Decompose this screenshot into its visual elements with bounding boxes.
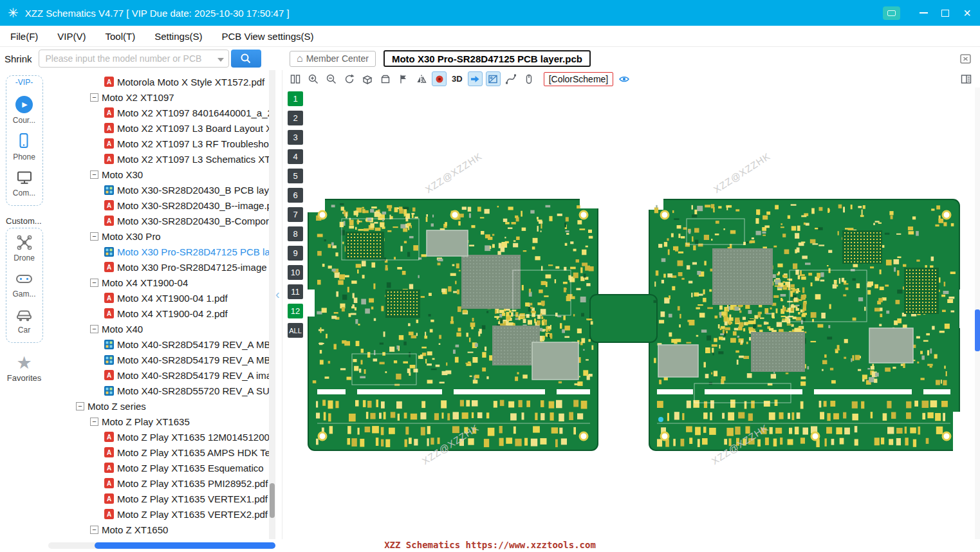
menu-pcb-view-settings[interactable]: PCB View settings(S) xyxy=(221,31,313,42)
arrow-tool-icon[interactable] xyxy=(468,71,483,86)
tree-item[interactable]: −Moto X30 xyxy=(48,167,275,182)
search-combobox[interactable] xyxy=(39,50,229,68)
pcb-canvas[interactable]: 123456789101112ALL xyxy=(282,87,980,539)
tree-item[interactable]: −Moto X30 Pro xyxy=(48,228,275,244)
layer-button-all[interactable]: ALL xyxy=(288,323,303,338)
tree-item[interactable]: −Moto Z Play XT1635 xyxy=(48,414,275,429)
tree-vertical-scrollbar-thumb[interactable] xyxy=(270,483,275,518)
tree-vertical-scrollbar[interactable] xyxy=(269,70,275,539)
zoom-in-icon[interactable] xyxy=(306,71,320,86)
layer-button-9[interactable]: 9 xyxy=(288,246,303,261)
vip-card-icon[interactable] xyxy=(883,6,900,20)
collapse-expander-icon[interactable]: − xyxy=(90,526,98,534)
collapse-expander-icon[interactable]: − xyxy=(90,325,98,333)
viewer-vertical-scrollbar[interactable] xyxy=(975,87,980,539)
tree-item[interactable]: Moto X40-SR28D54179 REV_A MB xyxy=(48,352,275,367)
tree-item[interactable]: −Moto X40 xyxy=(48,321,275,336)
chevron-down-icon[interactable] xyxy=(217,58,224,62)
sidebar-item-computer[interactable]: Com... xyxy=(13,169,35,198)
zoom-out-icon[interactable] xyxy=(324,71,338,86)
sidebar-item-drone[interactable]: Drone xyxy=(14,234,35,262)
mirror-flip-icon[interactable] xyxy=(414,71,429,86)
layer-button-7[interactable]: 7 xyxy=(288,207,303,222)
tree-item[interactable]: AMoto X40-SR28D54179 REV_A ima xyxy=(48,367,275,383)
tree-item[interactable]: AMoto X2 XT1097 L3 Schematics XT xyxy=(48,151,275,167)
3d-view-button[interactable]: 3D xyxy=(450,74,465,84)
collapse-expander-icon[interactable]: − xyxy=(90,93,98,102)
export-box-icon[interactable] xyxy=(360,71,374,86)
menu-settings[interactable]: Settings(S) xyxy=(154,31,202,42)
rotate-icon[interactable] xyxy=(342,71,356,86)
tree-item[interactable]: −Moto X4 XT1900-04 xyxy=(48,275,275,290)
curve-tool-icon[interactable] xyxy=(504,71,519,86)
tree-item[interactable]: AMoto X2 XT1097 84016440001_a_2 xyxy=(48,105,275,120)
eye-icon[interactable] xyxy=(616,71,631,86)
sidebar-item-car[interactable]: Car xyxy=(15,306,33,335)
search-input[interactable] xyxy=(39,50,228,67)
panel-splitter[interactable]: ‹ xyxy=(275,70,282,539)
flag-icon[interactable] xyxy=(396,71,411,86)
tree-item[interactable]: AMoto Z Play XT1635 PMI28952.pdf xyxy=(48,475,275,491)
tree-item[interactable]: AMoto X2 XT1097 L3 Board Layout X xyxy=(48,120,275,136)
close-panel-icon[interactable] xyxy=(960,54,971,64)
colorscheme-button[interactable]: [ColorScheme] xyxy=(544,72,614,86)
tree-item[interactable]: Moto X40-SR28D54179 REV_A MB xyxy=(48,336,275,352)
tree-item[interactable]: AMoto X30-SR28D20430_B-Compor xyxy=(48,213,275,228)
layer-button-4[interactable]: 4 xyxy=(288,149,303,164)
tree-item[interactable]: AMoto Z Play XT1635 VERTEX2.pdf xyxy=(48,506,275,522)
blueprint-view-icon[interactable] xyxy=(486,71,501,86)
sidebar-item-phone[interactable]: Phone xyxy=(13,133,35,161)
tree-item[interactable]: Moto X30 Pro-SR28D47125 PCB la xyxy=(48,244,275,259)
sidebar-item-favorites[interactable]: ★ Favorites xyxy=(7,354,41,383)
tree-item[interactable]: Moto X30-SR28D20430_B PCB laye xyxy=(48,182,275,198)
layers-panel-icon[interactable] xyxy=(960,73,972,85)
shrink-button[interactable]: Shrink xyxy=(5,53,32,64)
layer-button-2[interactable]: 2 xyxy=(288,111,303,125)
layer-button-8[interactable]: 8 xyxy=(288,226,303,241)
menu-tool[interactable]: Tool(T) xyxy=(106,31,136,42)
tree-item[interactable]: AMoto Z Play XT1635 Esquematico xyxy=(48,460,275,475)
menu-file[interactable]: File(F) xyxy=(10,31,38,42)
layer-button-12[interactable]: 12 xyxy=(288,304,303,318)
collapse-expander-icon[interactable]: − xyxy=(90,279,98,287)
member-center-button[interactable]: ⌂Member Center xyxy=(290,51,376,67)
collapse-expander-icon[interactable]: − xyxy=(90,232,98,241)
tree-item[interactable]: AMotorola Moto X Style XT1572.pdf xyxy=(48,74,275,89)
tree-item[interactable]: AMoto X30-SR28D20430_B--image.p xyxy=(48,198,275,213)
collapse-expander-icon[interactable]: − xyxy=(76,402,84,410)
menu-vip[interactable]: VIP(V) xyxy=(57,31,86,42)
collapse-chevron-icon[interactable]: ‹ xyxy=(275,288,280,300)
tree-item[interactable]: −Moto Z series xyxy=(48,398,275,414)
tree-item[interactable]: AMoto X4 XT1900-04 1.pdf xyxy=(48,290,275,306)
layer-button-10[interactable]: 10 xyxy=(288,265,303,280)
minimize-button[interactable] xyxy=(913,0,934,26)
locate-tool-icon[interactable] xyxy=(432,71,447,86)
search-button[interactable] xyxy=(231,50,261,68)
tree-item[interactable]: −Moto X2 XT1097 xyxy=(48,89,275,105)
sidebar-item-courses[interactable]: ▶ Cour... xyxy=(13,96,35,125)
collapse-expander-icon[interactable]: − xyxy=(90,418,98,426)
box-icon[interactable] xyxy=(378,71,393,86)
tree-item[interactable]: AMoto Z Play XT1635 VERTEX1.pdf xyxy=(48,491,275,506)
tree-item[interactable]: AMoto X30 Pro-SR28D47125-image xyxy=(48,259,275,275)
maximize-button[interactable] xyxy=(935,0,956,26)
layer-button-5[interactable]: 5 xyxy=(288,169,303,183)
tree-item[interactable]: AMoto Z Play XT1635 AMPS HDK Te xyxy=(48,445,275,460)
tree-item[interactable]: −Moto Z XT1650 xyxy=(48,522,275,537)
viewer-vertical-scrollbar-thumb[interactable] xyxy=(975,309,980,351)
tree-item[interactable]: AMoto X2 XT1097 L3 RF Troublesho xyxy=(48,136,275,151)
tree-item[interactable]: Moto X40-SR28D55720 REV_A SUI xyxy=(48,383,275,398)
tab-pcb-file[interactable]: Moto X30 Pro-SR28D47125 PCB layer.pcb xyxy=(384,50,591,67)
sidebar-item-games[interactable]: Gam... xyxy=(12,270,35,299)
tree-item[interactable]: AMoto X4 XT1900-04 2.pdf xyxy=(48,306,275,321)
split-view-icon[interactable] xyxy=(288,71,302,86)
collapse-expander-icon[interactable]: − xyxy=(90,170,98,179)
layer-button-6[interactable]: 6 xyxy=(288,188,303,203)
layer-button-1[interactable]: 1 xyxy=(288,91,303,106)
layer-button-3[interactable]: 3 xyxy=(288,130,303,145)
layer-button-11[interactable]: 11 xyxy=(288,284,303,299)
pcb-board-image[interactable] xyxy=(300,193,967,457)
mouse-tool-icon[interactable] xyxy=(522,71,537,86)
tree-item[interactable]: AMoto Z Play XT1635 12M01451200 xyxy=(48,429,275,445)
close-button[interactable]: × xyxy=(957,0,977,26)
